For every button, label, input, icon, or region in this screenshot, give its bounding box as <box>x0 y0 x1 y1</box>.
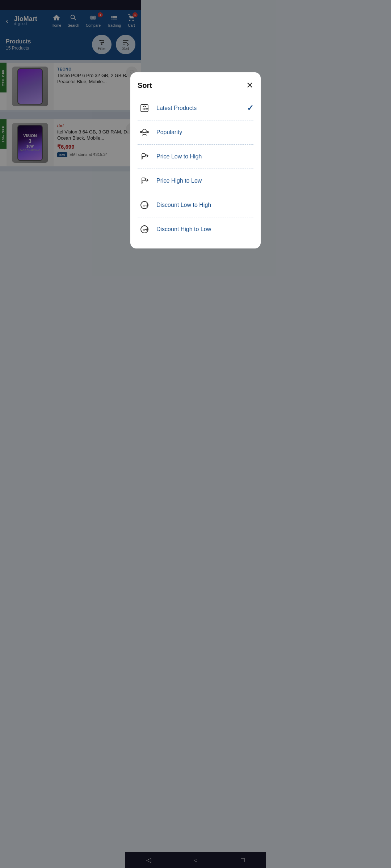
sort-modal-header: Sort ✕ <box>138 81 141 90</box>
modal-overlay[interactable] <box>0 0 141 311</box>
sort-modal-title: Sort <box>138 81 141 90</box>
svg-point-20 <box>141 201 141 209</box>
svg-point-23 <box>141 226 141 233</box>
sort-item-latest[interactable]: NEW Latest Products ✓ <box>138 96 141 120</box>
discount-high-low-icon: % <box>138 222 141 236</box>
svg-point-14 <box>140 131 141 133</box>
popularity-icon <box>138 125 141 139</box>
sort-item-discount-high-low[interactable]: % Discount High to Low <box>138 217 141 241</box>
price-high-low-icon: ₹ <box>138 174 141 188</box>
sort-item-popularity[interactable]: Popularity <box>138 120 141 145</box>
sort-item-price-low-high[interactable]: ₹ Price Low to High <box>138 145 141 169</box>
sort-item-discount-low-high[interactable]: % Discount Low to High <box>138 193 141 217</box>
sort-item-price-high-low[interactable]: ₹ Price High to Low <box>138 169 141 193</box>
discount-low-high-icon: % <box>138 198 141 212</box>
sort-modal: Sort ✕ NEW Latest Products ✓ Popular <box>130 72 141 248</box>
svg-rect-11 <box>141 105 141 112</box>
latest-icon: NEW <box>138 101 141 115</box>
price-low-high-icon: ₹ <box>138 150 141 163</box>
